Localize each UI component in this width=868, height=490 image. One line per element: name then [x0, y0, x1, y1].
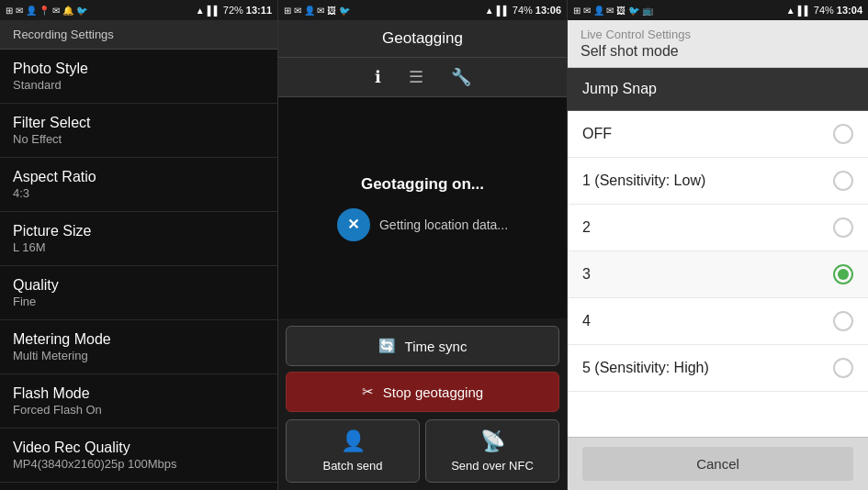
status-icons-right: ▲ ▌▌ 72% 13:11	[196, 5, 272, 16]
setting-label: Aspect Ratio	[13, 169, 265, 185]
setting-item-flash-mode[interactable]: Flash Mode Forced Flash On	[0, 374, 277, 429]
selected-mode-item[interactable]: Jump Snap	[568, 68, 868, 111]
radio-btn-3	[833, 264, 853, 284]
shot-option-label: 1 (Sensitivity: Low)	[582, 173, 705, 189]
status-icons-right-3: ▲ ▌▌ 74% 13:04	[786, 5, 862, 16]
shot-option-label: 4	[582, 313, 591, 329]
setting-label: Filter Select	[13, 115, 265, 131]
shot-option-5[interactable]: 5 (Sensitivity: High)	[568, 345, 868, 392]
geotagging-title: Geotagging	[278, 20, 567, 58]
shot-option-2[interactable]: 2	[568, 205, 868, 251]
live-control-title: Live Control Settings	[581, 28, 855, 41]
geotagging-panel: ⊞ ✉ 👤 ✉ 🖼 🐦 ▲ ▌▌ 74% 13:06 Geotagging ℹ …	[278, 0, 568, 490]
geo-tab-list[interactable]: ☰	[409, 67, 423, 87]
radio-btn-4	[833, 311, 853, 331]
time-sync-label: Time sync	[405, 339, 468, 354]
signal-icon-2: ▌▌	[497, 6, 510, 16]
time-sync-icon: 🔄	[378, 338, 396, 354]
cancel-button[interactable]: Cancel	[582, 447, 853, 481]
status-icons-left: ⊞ ✉ 👤 📍 ✉ 🔔 🐦	[6, 6, 87, 16]
setting-label: Quality	[13, 277, 265, 294]
setting-label: Picture Size	[13, 223, 265, 239]
time-text: 13:11	[246, 5, 272, 16]
selected-mode-label: Jump Snap	[582, 81, 657, 97]
status-icons-left-2: ⊞ ✉ 👤 ✉ 🖼 🐦	[284, 6, 350, 16]
setting-value: L 16M	[13, 240, 265, 254]
geo-status-text: Geotagging on...	[361, 175, 484, 194]
setting-item-video-rec-quality[interactable]: Video Rec Quality MP4(3840x2160)25p 100M…	[0, 429, 277, 483]
live-control-panel: ⊞ ✉ 👤 ✉ 🖼 🐦 📺 ▲ ▌▌ 74% 13:04 Live Contro…	[568, 0, 868, 490]
panel3-header: Live Control Settings Self shot mode	[568, 20, 868, 68]
status-bar-panel1: ⊞ ✉ 👤 📍 ✉ 🔔 🐦 ▲ ▌▌ 72% 13:11	[0, 0, 277, 20]
send-nfc-icon: 📡	[480, 429, 505, 453]
setting-label: Video Rec Quality	[13, 440, 265, 456]
shot-option-label: OFF	[582, 126, 612, 142]
status-bar-panel3: ⊞ ✉ 👤 ✉ 🖼 🐦 📺 ▲ ▌▌ 74% 13:04	[568, 0, 868, 20]
battery-text-2: 74%	[513, 5, 533, 16]
app-icons-2: ⊞ ✉ 👤 ✉ 🖼 🐦	[284, 6, 350, 16]
setting-item-picture-size[interactable]: Picture Size L 16M	[0, 212, 277, 266]
setting-value: Multi Metering	[13, 349, 265, 362]
stop-geo-label: Stop geotagging	[383, 384, 483, 400]
wifi-icon-2: ▲	[485, 6, 494, 16]
batch-send-button[interactable]: 👤 Batch send	[286, 419, 420, 483]
shot-option-0[interactable]: OFF	[568, 111, 868, 158]
geo-location-row: Getting location data...	[337, 208, 508, 241]
time-text-3: 13:04	[837, 5, 862, 16]
setting-item-filter-select[interactable]: Filter Select No Effect	[0, 104, 277, 158]
shot-option-4[interactable]: 4	[568, 298, 868, 345]
status-icons-right-2: ▲ ▌▌ 74% 13:06	[485, 5, 561, 16]
geo-location-icon	[337, 208, 370, 241]
radio-btn-0	[833, 124, 853, 144]
time-text-2: 13:06	[535, 5, 561, 16]
setting-label: Metering Mode	[13, 331, 265, 348]
geo-main: Geotagging on... Getting location data..…	[278, 97, 567, 318]
setting-value: Forced Flash On	[13, 403, 265, 417]
signal-icon: ▌▌	[208, 6, 220, 16]
send-nfc-button[interactable]: 📡 Send over NFC	[425, 419, 559, 483]
app-icons: ⊞ ✉ 👤 📍 ✉ 🔔 🐦	[6, 6, 87, 16]
shot-option-1[interactable]: 1 (Sensitivity: Low)	[568, 158, 868, 205]
self-shot-mode-label: Self shot mode	[581, 43, 855, 60]
radio-btn-5	[833, 358, 853, 378]
stop-geotagging-button[interactable]: ✂ Stop geotagging	[286, 372, 559, 412]
batch-send-icon: 👤	[341, 429, 366, 453]
shot-option-label: 5 (Sensitivity: High)	[582, 360, 709, 376]
geo-tab-info[interactable]: ℹ	[375, 67, 381, 87]
batch-send-label: Batch send	[322, 459, 382, 473]
time-sync-button[interactable]: 🔄 Time sync	[286, 326, 559, 366]
setting-label: Flash Mode	[13, 385, 265, 402]
setting-item-aspect-ratio[interactable]: Aspect Ratio 4:3	[0, 158, 277, 212]
shot-option-3[interactable]: 3	[568, 251, 868, 298]
setting-item-quality[interactable]: Quality Fine	[0, 266, 277, 320]
panel3-footer: Cancel	[568, 437, 868, 490]
setting-value: No Effect	[13, 132, 265, 146]
status-bar-panel2: ⊞ ✉ 👤 ✉ 🖼 🐦 ▲ ▌▌ 74% 13:06	[278, 0, 567, 20]
status-icons-left-3: ⊞ ✉ 👤 ✉ 🖼 🐦 📺	[573, 6, 653, 16]
battery-text-3: 74%	[814, 5, 834, 16]
setting-label: Photo Style	[13, 61, 265, 77]
shot-option-label: 2	[582, 219, 591, 236]
settings-list: Photo Style Standard Filter Select No Ef…	[0, 50, 277, 490]
self-shot-list: Jump Snap OFF 1 (Sensitivity: Low) 2 3 4…	[568, 68, 868, 437]
geo-tab-settings[interactable]: 🔧	[451, 67, 471, 87]
recording-settings-panel: ⊞ ✉ 👤 📍 ✉ 🔔 🐦 ▲ ▌▌ 72% 13:11 Recording S…	[0, 0, 278, 490]
setting-value: Standard	[13, 78, 265, 92]
setting-item-photo-style[interactable]: Photo Style Standard	[0, 50, 277, 104]
geo-bottom: 👤 Batch send 📡 Send over NFC	[278, 419, 567, 490]
stop-geo-icon: ✂	[362, 384, 374, 400]
signal-icon-3: ▌▌	[798, 6, 811, 16]
shot-option-label: 3	[582, 266, 591, 283]
setting-value: MP4(3840x2160)25p 100Mbps	[13, 457, 265, 471]
setting-value: Fine	[13, 295, 265, 308]
setting-item-metering-mode[interactable]: Metering Mode Multi Metering	[0, 320, 277, 374]
send-nfc-label: Send over NFC	[451, 459, 534, 473]
battery-text: 72%	[223, 5, 243, 16]
wifi-icon-3: ▲	[786, 6, 795, 16]
geo-tabs: ℹ ☰ 🔧	[278, 58, 567, 97]
geo-location-text: Getting location data...	[379, 217, 508, 232]
radio-btn-1	[833, 171, 853, 191]
panel1-title: Recording Settings	[0, 20, 277, 50]
geo-actions: 🔄 Time sync ✂ Stop geotagging	[278, 318, 567, 419]
radio-btn-2	[833, 217, 853, 238]
